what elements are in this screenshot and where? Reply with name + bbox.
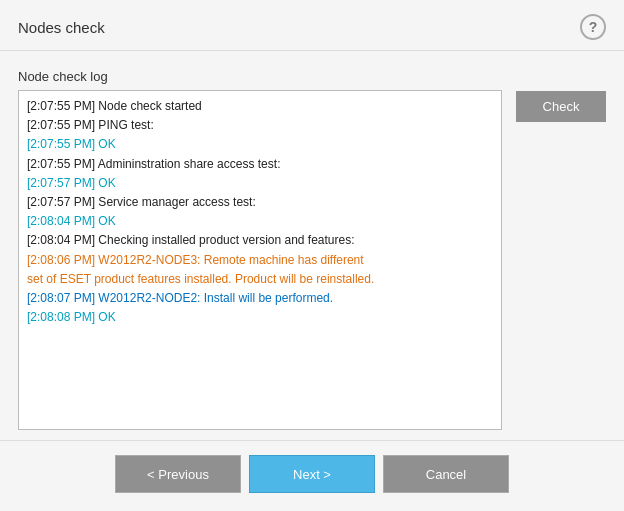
log-line: set of ESET product features installed. …	[27, 270, 493, 289]
log-line: [2:07:55 PM] Admininstration share acces…	[27, 155, 493, 174]
log-line: [2:07:55 PM] PING test:	[27, 116, 493, 135]
help-button[interactable]: ?	[580, 14, 606, 40]
log-line: [2:07:55 PM] Node check started	[27, 97, 493, 116]
right-panel: Check	[516, 69, 606, 430]
log-line: [2:07:57 PM] Service manager access test…	[27, 193, 493, 212]
next-button[interactable]: Next >	[249, 455, 375, 493]
content-area: Node check log [2:07:55 PM] Node check s…	[0, 51, 624, 440]
footer: < Previous Next > Cancel	[0, 440, 624, 511]
log-line: [2:08:04 PM] Checking installed product …	[27, 231, 493, 250]
nodes-check-dialog: Nodes check ? Node check log [2:07:55 PM…	[0, 0, 624, 511]
log-line: [2:08:07 PM] W2012R2-NODE2: Install will…	[27, 289, 493, 308]
log-label: Node check log	[18, 69, 502, 84]
log-section: Node check log [2:07:55 PM] Node check s…	[18, 69, 502, 430]
previous-button[interactable]: < Previous	[115, 455, 241, 493]
log-box[interactable]: [2:07:55 PM] Node check started[2:07:55 …	[18, 90, 502, 430]
title-bar: Nodes check ?	[0, 0, 624, 51]
check-button[interactable]: Check	[516, 91, 606, 122]
log-line: [2:08:06 PM] W2012R2-NODE3: Remote machi…	[27, 251, 493, 270]
log-line: [2:08:04 PM] OK	[27, 212, 493, 231]
dialog-title: Nodes check	[18, 19, 105, 36]
log-line: [2:07:57 PM] OK	[27, 174, 493, 193]
log-line: [2:07:55 PM] OK	[27, 135, 493, 154]
log-line: [2:08:08 PM] OK	[27, 308, 493, 327]
cancel-button[interactable]: Cancel	[383, 455, 509, 493]
